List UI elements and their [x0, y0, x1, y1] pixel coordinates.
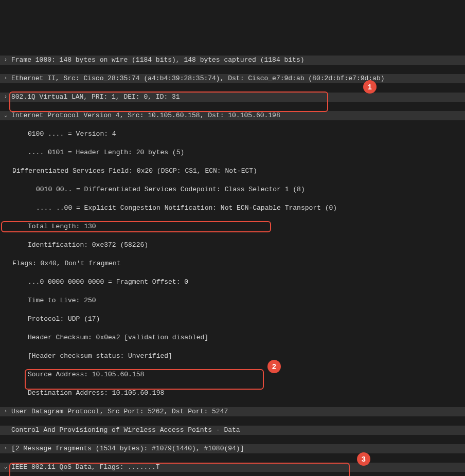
callout-label: 2 — [272, 362, 276, 371]
capwap-summary: Control And Provisioning of Wireless Acc… — [9, 426, 240, 435]
chevron-right-icon[interactable]: › — [2, 407, 9, 416]
tree-row[interactable]: [Header checksum status: Unverified] — [0, 352, 465, 361]
fragments-summary: [2 Message fragments (1534 bytes): #1079… — [9, 444, 244, 453]
dscp-outer: 0010 00.. = Differentiated Services Code… — [9, 185, 305, 194]
annotation-callout-3: 3 — [357, 452, 370, 466]
chevron-right-icon[interactable]: › — [2, 93, 9, 102]
chevron-right-icon[interactable]: › — [2, 74, 9, 83]
fragment-offset: ...0 0000 0000 0000 = Fragment Offset: 0 — [9, 278, 188, 287]
tree-row[interactable]: 0010 00.. = Differentiated Services Code… — [0, 185, 465, 194]
tree-row[interactable]: Destination Address: 10.105.60.198 — [0, 389, 465, 398]
ieee80211-summary: IEEE 802.11 QoS Data, Flags: .......T — [9, 463, 160, 472]
chevron-right-icon[interactable]: › — [2, 56, 9, 65]
udp-summary: User Datagram Protocol, Src Port: 5262, … — [9, 407, 228, 416]
chevron-down-icon[interactable]: ⌄ — [2, 463, 9, 472]
dest-address: Destination Address: 10.105.60.198 — [9, 389, 164, 398]
tree-row[interactable]: ...0 0000 0000 0000 = Fragment Offset: 0 — [0, 278, 465, 287]
protocol: Protocol: UDP (17) — [9, 315, 100, 324]
tree-row[interactable]: ⌄Internet Protocol Version 4, Src: 10.10… — [0, 111, 465, 120]
ttl: Time to Live: 250 — [9, 296, 96, 305]
vlan-summary: 802.1Q Virtual LAN, PRI: 1, DEI: 0, ID: … — [9, 93, 180, 102]
callout-label: 3 — [362, 454, 366, 464]
chevron-right-icon[interactable]: › — [2, 259, 12, 268]
chevron-down-icon[interactable]: ⌄ — [2, 111, 9, 120]
source-address: Source Address: 10.105.60.158 — [9, 370, 144, 379]
tree-row[interactable]: Source Address: 10.105.60.158 — [0, 370, 465, 379]
ipv4-outer-summary: Internet Protocol Version 4, Src: 10.105… — [9, 111, 280, 120]
tree-row[interactable]: Control And Provisioning of Wireless Acc… — [0, 426, 465, 435]
tree-row[interactable]: ›802.1Q Virtual LAN, PRI: 1, DEI: 0, ID:… — [0, 93, 465, 102]
tree-row[interactable]: ›Frame 1080: 148 bytes on wire (1184 bit… — [0, 56, 465, 65]
tree-row[interactable]: ›[2 Message fragments (1534 bytes): #107… — [0, 444, 465, 453]
ethernet-summary: Ethernet II, Src: Cisco_28:35:74 (a4:b4:… — [9, 74, 385, 83]
tree-row[interactable]: Time to Live: 250 — [0, 296, 465, 305]
tree-row[interactable]: ›Ethernet II, Src: Cisco_28:35:74 (a4:b4… — [0, 74, 465, 83]
tree-row[interactable]: .... 0101 = Header Length: 20 bytes (5) — [0, 148, 465, 157]
ipv4-header-length: .... 0101 = Header Length: 20 bytes (5) — [9, 148, 184, 157]
tree-row[interactable]: ›User Datagram Protocol, Src Port: 5262,… — [0, 407, 465, 416]
annotation-callout-2: 2 — [267, 360, 281, 373]
tree-row[interactable]: 0100 .... = Version: 4 — [0, 130, 465, 139]
identification: Identification: 0xe372 (58226) — [9, 241, 148, 250]
tree-row[interactable]: Total Length: 130 — [0, 222, 465, 231]
flags: Flags: 0x40, Don't fragment — [12, 259, 121, 268]
tree-row[interactable]: ⌄Differentiated Services Field: 0x20 (DS… — [0, 167, 465, 176]
frame-summary: Frame 1080: 148 bytes on wire (1184 bits… — [9, 56, 305, 65]
tree-row[interactable]: Header Checksum: 0x0ea2 [validation disa… — [0, 333, 465, 342]
total-length: Total Length: 130 — [9, 222, 96, 231]
chevron-right-icon[interactable]: › — [2, 444, 9, 453]
callout-label: 1 — [368, 82, 372, 91]
ipv4-version: 0100 .... = Version: 4 — [9, 130, 116, 139]
tree-row[interactable]: ⌄IEEE 802.11 QoS Data, Flags: .......T — [0, 463, 465, 472]
chevron-down-icon[interactable]: ⌄ — [2, 167, 12, 176]
annotation-callout-1: 1 — [363, 80, 377, 94]
header-checksum: Header Checksum: 0x0ea2 [validation disa… — [9, 333, 208, 342]
dsfield-outer: Differentiated Services Field: 0x20 (DSC… — [12, 167, 257, 176]
checksum-status: [Header checksum status: Unverified] — [9, 352, 172, 361]
tree-row[interactable]: .... ..00 = Explicit Congestion Notifica… — [0, 204, 465, 213]
tree-row[interactable]: ›Flags: 0x40, Don't fragment — [0, 259, 465, 268]
ecn-outer: .... ..00 = Explicit Congestion Notifica… — [9, 204, 337, 213]
tree-row[interactable]: Identification: 0xe372 (58226) — [0, 241, 465, 250]
tree-row[interactable]: Protocol: UDP (17) — [0, 315, 465, 324]
